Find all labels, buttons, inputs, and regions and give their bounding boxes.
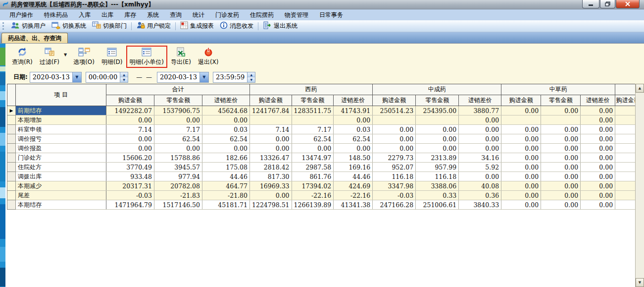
cell[interactable]: 0.00: [581, 163, 615, 172]
cell[interactable]: 0.00: [541, 181, 581, 191]
cell[interactable]: -21.83: [154, 191, 202, 200]
cell[interactable]: 977.94: [154, 172, 202, 181]
cell[interactable]: 0.00: [202, 115, 250, 125]
cell[interactable]: 7.17: [154, 125, 202, 134]
cell[interactable]: [541, 115, 581, 125]
cell[interactable]: 3840.33: [459, 200, 501, 210]
cell[interactable]: 250514.23: [373, 106, 416, 115]
cell[interactable]: 0.00: [581, 191, 615, 200]
spin-down-icon[interactable]: ▼: [248, 77, 255, 82]
row-label-cell[interactable]: 调拨出库: [16, 172, 106, 181]
cell[interactable]: 1471964.79: [106, 200, 154, 210]
cell[interactable]: 0.00: [501, 200, 541, 210]
cell[interactable]: 41743.91: [334, 106, 373, 115]
cell[interactable]: 15606.20: [106, 153, 154, 163]
cell[interactable]: 175.08: [202, 163, 250, 172]
cell[interactable]: 1517146.50: [154, 200, 202, 210]
cell[interactable]: 1492282.07: [106, 106, 154, 115]
cell[interactable]: 0.00: [541, 153, 581, 163]
cell[interactable]: 3770.49: [106, 163, 154, 172]
cell[interactable]: 45624.68: [202, 106, 250, 115]
row-label-cell[interactable]: 本期结存: [16, 200, 106, 210]
cell[interactable]: 247166.28: [373, 200, 416, 210]
cell[interactable]: 0.00: [334, 144, 373, 153]
cell[interactable]: -22.16: [292, 191, 334, 200]
cell[interactable]: 424.69: [334, 181, 373, 191]
cell[interactable]: 16969.33: [250, 181, 292, 191]
menu-item[interactable]: 出库: [96, 11, 119, 19]
cell[interactable]: 0.33: [416, 191, 459, 200]
cell[interactable]: 0.00: [459, 125, 501, 134]
start-time-input[interactable]: 00:00:00 ▲ ▼: [86, 72, 128, 83]
quick-button[interactable]: 切换系统: [49, 21, 89, 31]
cell[interactable]: 0.00: [501, 191, 541, 200]
cell[interactable]: 0.00: [581, 125, 615, 134]
cell[interactable]: 2818.42: [250, 163, 292, 172]
cell[interactable]: 0.00: [581, 181, 615, 191]
cell[interactable]: 0.00: [581, 144, 615, 153]
cell[interactable]: 952.07: [373, 163, 416, 172]
menu-item[interactable]: 特殊药品: [39, 11, 73, 19]
cell[interactable]: 5.92: [459, 163, 501, 172]
cell[interactable]: 1266139.89: [292, 200, 334, 210]
quick-button[interactable]: 消息收发: [217, 21, 256, 31]
cell[interactable]: 1241767.84: [250, 106, 292, 115]
cell[interactable]: 0.00: [459, 172, 501, 181]
cell[interactable]: 0.00: [250, 191, 292, 200]
cell[interactable]: 1283511.75: [292, 106, 334, 115]
row-label-cell[interactable]: 尾差: [16, 191, 106, 200]
cell[interactable]: 0.00: [581, 200, 615, 210]
menu-item[interactable]: 日常事务: [314, 11, 348, 19]
cell[interactable]: 0.00: [202, 144, 250, 153]
action-button[interactable]: 明细(小单位): [126, 46, 167, 68]
cell[interactable]: 62.54: [202, 134, 250, 144]
cell[interactable]: 0.00: [581, 153, 615, 163]
quick-button[interactable]: 退出系统: [260, 21, 300, 31]
quick-button[interactable]: 切换用户: [8, 21, 49, 31]
cell[interactable]: 2987.58: [292, 163, 334, 172]
cell[interactable]: 7.14: [250, 125, 292, 134]
cell[interactable]: 251006.61: [416, 200, 459, 210]
cell[interactable]: 2313.89: [416, 153, 459, 163]
cell[interactable]: 34.16: [459, 153, 501, 163]
cell[interactable]: 861.76: [292, 172, 334, 181]
cell[interactable]: 0.00: [501, 172, 541, 181]
cell[interactable]: 13474.97: [292, 153, 334, 163]
spin-down-icon[interactable]: ▼: [120, 77, 128, 82]
cell[interactable]: 0.00: [106, 144, 154, 153]
cell[interactable]: -0.03: [373, 191, 416, 200]
restore-icon[interactable]: [600, 0, 615, 8]
quick-button[interactable]: 用户锁定: [133, 21, 174, 31]
menu-item[interactable]: 入库: [73, 11, 96, 19]
row-label-cell[interactable]: 本期增加: [16, 115, 106, 125]
cell[interactable]: 0.03: [334, 125, 373, 134]
cell[interactable]: 0.00: [459, 144, 501, 153]
cell[interactable]: [373, 115, 416, 125]
cell[interactable]: 0.00: [250, 144, 292, 153]
cell[interactable]: 44.46: [202, 172, 250, 181]
cell[interactable]: 3347.98: [373, 181, 416, 191]
cell[interactable]: 0.00: [373, 144, 416, 153]
cell[interactable]: 13326.47: [250, 153, 292, 163]
row-label-cell[interactable]: 前期结存: [16, 106, 106, 115]
row-label-cell[interactable]: 调价报亏: [16, 134, 106, 144]
cell[interactable]: 0.00: [501, 106, 541, 115]
cell[interactable]: [250, 115, 292, 125]
cell[interactable]: 817.30: [250, 172, 292, 181]
cell[interactable]: [416, 115, 459, 125]
cell[interactable]: 7.14: [106, 125, 154, 134]
cell[interactable]: 0.00: [154, 115, 202, 125]
menu-item[interactable]: 库存: [119, 11, 142, 19]
cell[interactable]: 0.00: [541, 200, 581, 210]
cell[interactable]: 0.00: [501, 181, 541, 191]
cell[interactable]: 3880.77: [459, 106, 501, 115]
cell[interactable]: 17394.02: [292, 181, 334, 191]
cell[interactable]: 0.00: [541, 125, 581, 134]
cell[interactable]: 0.00: [250, 134, 292, 144]
cell[interactable]: 0.00: [501, 134, 541, 144]
cell[interactable]: 0.00: [459, 115, 501, 125]
menu-item[interactable]: 系统: [142, 11, 164, 19]
cell[interactable]: 0.00: [581, 172, 615, 181]
cell[interactable]: 0.00: [501, 153, 541, 163]
cell[interactable]: 0.00: [334, 115, 373, 125]
